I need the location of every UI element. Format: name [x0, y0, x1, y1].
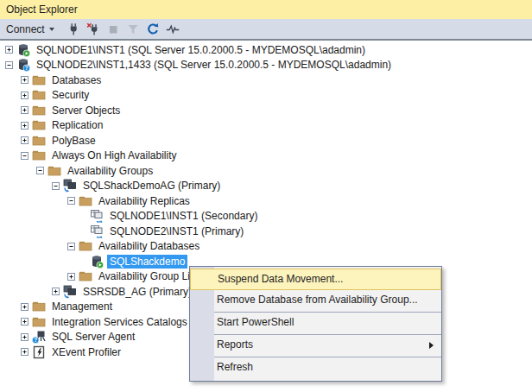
folder-icon — [32, 134, 46, 148]
connect-server-button[interactable] — [66, 22, 80, 36]
tree-item-always-on-high-availability[interactable]: Always On High Availability — [0, 149, 532, 164]
tree-item-label: SQLShackDemoAG (Primary) — [80, 179, 223, 193]
folder-icon — [48, 164, 61, 178]
context-menu-item-label: Suspend Data Movement... — [218, 273, 343, 285]
expand-icon[interactable] — [21, 122, 28, 130]
xevent-icon — [32, 345, 46, 359]
tree-item-label: SQLNODE1\INST1 (SQL Server 15.0.2000.5 -… — [34, 43, 368, 57]
context-menu-item-label: Start PowerShell — [217, 316, 294, 328]
tree-item-label: SQLShackdemo — [107, 255, 187, 269]
expand-icon[interactable] — [21, 333, 28, 341]
tree-item-replication[interactable]: Replication — [0, 118, 532, 134]
folder-icon — [32, 300, 46, 313]
folder-icon — [79, 239, 92, 253]
tree-item-sqlnode1-inst1-secondary[interactable]: SQLNODE1\INST1 (Secondary) — [0, 209, 532, 224]
expand-icon[interactable] — [21, 92, 28, 99]
tree-item-availability-replicas[interactable]: Availability Replicas — [0, 193, 532, 209]
activity-monitor-button[interactable] — [166, 22, 180, 36]
tree-item-label: SQL Server Agent — [49, 330, 137, 344]
tree-item-label: PolyBase — [49, 134, 98, 148]
activity-monitor-icon — [166, 22, 180, 36]
context-menu-item-label: Reports — [217, 338, 253, 351]
tree-item-availability-databases[interactable]: Availability Databases — [0, 239, 532, 255]
collapse-icon[interactable] — [21, 152, 28, 160]
tree-item-label: Management — [49, 300, 115, 313]
object-explorer-panel: Object Explorer Connect SQLNODE1\INST1 (… — [0, 0, 532, 392]
panel-title: Object Explorer — [6, 3, 78, 16]
folder-icon — [32, 149, 46, 162]
collapse-icon[interactable] — [5, 61, 13, 69]
expand-icon[interactable] — [21, 318, 28, 326]
replica-icon — [90, 209, 104, 223]
tree-item-label: SQLNODE1\INST1 (Secondary) — [107, 209, 260, 223]
svg-text:?: ? — [34, 337, 37, 343]
connect-dropdown[interactable]: Connect — [6, 23, 54, 35]
context-menu-item-label: Remove Database from Availability Group.… — [217, 294, 418, 306]
expand-icon[interactable] — [21, 136, 28, 144]
tree-item-label: SSRSDB_AG (Primary) — [80, 285, 194, 299]
refresh-button[interactable] — [146, 22, 160, 36]
disconnect-server-button[interactable] — [86, 22, 100, 36]
svg-text:?: ? — [25, 65, 28, 71]
panel-title-bar[interactable]: Object Explorer — [0, 0, 532, 19]
filter-icon — [126, 22, 140, 36]
context-menu-item-remove-database-from-availability-group[interactable]: Remove Database from Availability Group.… — [190, 290, 441, 312]
tree-item-sqlnode1-inst1-sql-server-15-0-2000-5-mydemosql-adadmin[interactable]: SQLNODE1\INST1 (SQL Server 15.0.2000.5 -… — [0, 42, 532, 58]
ag-icon — [63, 285, 77, 299]
stop-icon — [106, 22, 120, 36]
expand-icon[interactable] — [21, 106, 28, 114]
context-menu-item-start-powershell[interactable]: Start PowerShell — [190, 313, 441, 334]
refresh-icon — [146, 22, 160, 36]
expand-icon[interactable] — [52, 288, 60, 295]
folder-icon — [32, 73, 46, 87]
expand-icon[interactable] — [21, 76, 28, 84]
collapse-icon[interactable] — [67, 243, 75, 250]
context-menu: Suspend Data Movement... Remove Database… — [189, 266, 442, 382]
collapse-icon[interactable] — [67, 197, 75, 205]
db-green-icon — [90, 255, 104, 269]
folder-icon — [79, 269, 92, 283]
folder-icon — [32, 118, 46, 132]
context-menu-item-reports[interactable]: Reports — [190, 335, 441, 357]
collapse-icon[interactable] — [52, 182, 60, 190]
disconnect-server-icon — [86, 22, 100, 36]
tree-item-label: Server Objects — [49, 104, 123, 117]
tree-item-label: SQLNODE2\INST1,1433 (SQL Server 15.0.200… — [34, 58, 394, 72]
context-menu-item-label: Refresh — [217, 361, 253, 373]
replica-icon — [90, 224, 104, 238]
folder-icon — [32, 104, 46, 117]
server-blue-icon: ? — [16, 58, 30, 72]
server-green-icon — [16, 43, 30, 57]
expand-icon[interactable] — [21, 303, 28, 311]
agent-icon: ? — [32, 330, 46, 344]
tree-item-sqlshackdemoag-primary[interactable]: SQLShackDemoAG (Primary) — [0, 179, 532, 194]
context-menu-item-refresh[interactable]: Refresh — [190, 357, 441, 379]
connect-server-icon — [66, 22, 80, 36]
tree-item-sqlnode2-inst1-primary[interactable]: SQLNODE2\INST1 (Primary) — [0, 224, 532, 239]
tree-item-label: Replication — [49, 118, 105, 132]
tree-item-databases[interactable]: Databases — [0, 73, 532, 88]
submenu-arrow-icon — [429, 342, 434, 349]
expand-icon[interactable] — [5, 46, 13, 54]
tree-item-label: Availability Replicas — [96, 194, 193, 208]
expand-icon[interactable] — [21, 348, 28, 356]
tree-item-label: Databases — [49, 73, 104, 87]
tree-item-label: Security — [49, 88, 92, 102]
tree-item-polybase[interactable]: PolyBase — [0, 133, 532, 149]
tree-item-availability-groups[interactable]: Availability Groups — [0, 163, 532, 179]
folder-icon — [32, 88, 46, 102]
tree-item-sqlnode2-inst1-1433-sql-server-15-0-2000-5-mydemosql-adadmin[interactable]: ? SQLNODE2\INST1,1433 (SQL Server 15.0.2… — [0, 58, 532, 73]
expand-icon[interactable] — [67, 273, 75, 281]
folder-icon — [79, 194, 92, 208]
folder-icon — [32, 315, 46, 329]
chevron-down-icon — [49, 28, 54, 31]
connect-label: Connect — [6, 23, 45, 35]
tree-item-label: Availability Groups — [65, 164, 155, 178]
tree-item-label: Availability Databases — [96, 239, 202, 253]
collapse-icon[interactable] — [36, 167, 44, 174]
context-menu-item-suspend-data-movement[interactable]: Suspend Data Movement... — [190, 269, 441, 290]
tree-item-label: SQLNODE2\INST1 (Primary) — [107, 224, 246, 238]
tree-item-security[interactable]: Security — [0, 88, 532, 104]
tree-item-server-objects[interactable]: Server Objects — [0, 103, 532, 118]
object-explorer-toolbar: Connect — [0, 19, 532, 41]
